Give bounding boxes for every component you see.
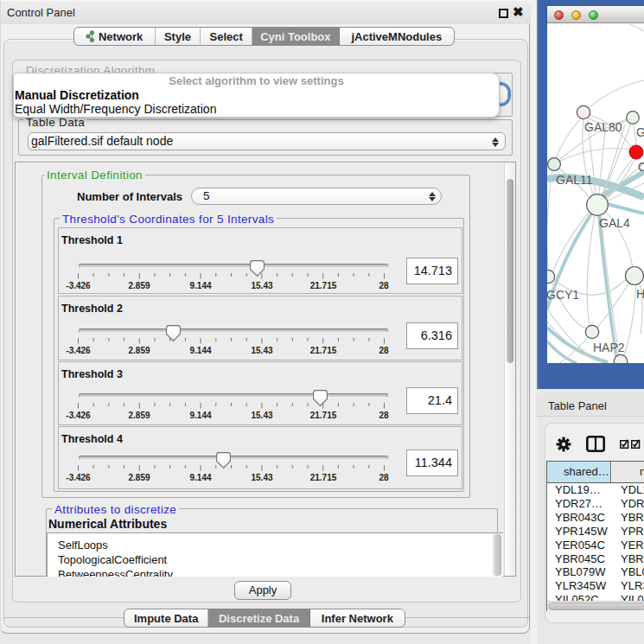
svg-text:GA: GA xyxy=(636,125,644,139)
svg-text:GCY1: GCY1 xyxy=(547,288,579,302)
svg-text:GAL80: GAL80 xyxy=(584,120,622,134)
svg-text:C: C xyxy=(638,160,644,174)
svg-text:GAL11: GAL11 xyxy=(556,173,593,187)
svg-text:HAP2: HAP2 xyxy=(593,341,625,354)
svg-text:H: H xyxy=(636,287,644,301)
svg-text:GAL4: GAL4 xyxy=(599,216,630,230)
